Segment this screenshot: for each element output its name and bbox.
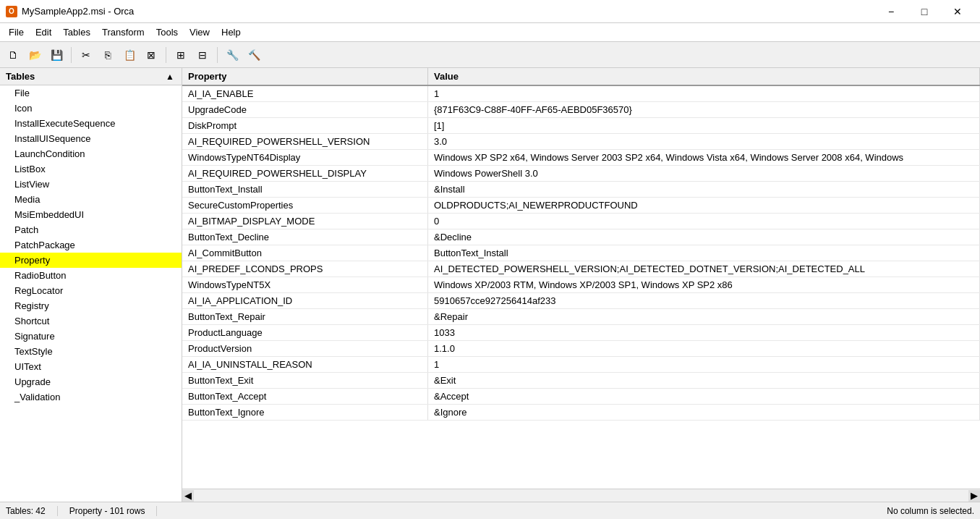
table-item-installuisequence[interactable]: InstallUISequence — [0, 131, 182, 146]
special-button[interactable]: ⊠ — [141, 45, 161, 65]
cell-value: &Ignore — [428, 405, 980, 420]
cell-value: OLDPRODUCTS;AI_NEWERPRODUCTFOUND — [428, 198, 980, 213]
toolbar-sep2 — [166, 47, 166, 63]
cell-property: ButtonText_Repair — [182, 309, 428, 324]
cell-value: Windows XP/2003 RTM, Windows XP/2003 SP1… — [428, 277, 980, 292]
tables-panel: Tables ▲ FileIconInstallExecuteSequenceI… — [0, 68, 182, 502]
save-button[interactable]: 💾 — [46, 45, 67, 65]
copy-button[interactable]: ⎘ — [98, 45, 118, 65]
table-row[interactable]: WindowsTypeNT64DisplayWindows XP SP2 x64… — [182, 150, 980, 166]
table-row[interactable]: UpgradeCode{871F63C9-C88F-40FF-AF65-AEBD… — [182, 102, 980, 118]
table-row[interactable]: ProductVersion1.1.0 — [182, 341, 980, 357]
open-button[interactable]: 📂 — [25, 45, 45, 65]
table-item-patchpackage[interactable]: PatchPackage — [0, 237, 182, 253]
cell-value: ButtonText_Install — [428, 245, 980, 261]
table-item-msiembeddedui[interactable]: MsiEmbeddedUI — [0, 207, 182, 222]
table-row[interactable]: ButtonText_Install&Install — [182, 182, 980, 198]
table-row[interactable]: AI_IA_UNINSTALL_REASON1 — [182, 357, 980, 373]
menu-item-view[interactable]: View — [184, 25, 216, 39]
table-item--validation[interactable]: _Validation — [0, 389, 182, 405]
transform-button[interactable]: 🔧 — [222, 45, 242, 65]
table-item-property[interactable]: Property — [0, 253, 182, 268]
table-item-installexecutesequence[interactable]: InstallExecuteSequence — [0, 116, 182, 131]
table-row[interactable]: AI_CommitButtonButtonText_Install — [182, 245, 980, 261]
h-scroll-area[interactable]: ◀ ▶ — [182, 489, 980, 502]
table-item-radiobutton[interactable]: RadioButton — [0, 268, 182, 283]
titlebar-left: O MySampleApp2.msi - Orca — [6, 6, 134, 17]
table-item-signature[interactable]: Signature — [0, 329, 182, 344]
menu-item-help[interactable]: Help — [216, 25, 247, 39]
table-row[interactable]: AI_REQUIRED_POWERSHELL_VERSION3.0 — [182, 134, 980, 150]
cut-button[interactable]: ✂ — [76, 45, 96, 65]
cell-value: &Repair — [428, 309, 980, 324]
cell-property: AI_REQUIRED_POWERSHELL_VERSION — [182, 134, 428, 149]
tables-header: Tables ▲ — [0, 68, 182, 85]
table-row[interactable]: ButtonText_Decline&Decline — [182, 229, 980, 245]
cell-value: &Install — [428, 182, 980, 197]
transform2-button[interactable]: 🔨 — [244, 45, 264, 65]
table-row[interactable]: ButtonText_Repair&Repair — [182, 309, 980, 325]
tables2-button[interactable]: ⊟ — [192, 45, 213, 65]
table-item-upgrade[interactable]: Upgrade — [0, 374, 182, 389]
table-item-listbox[interactable]: ListBox — [0, 161, 182, 177]
cell-value: AI_DETECTED_POWERSHELL_VERSION;AI_DETECT… — [428, 261, 980, 277]
table-item-icon[interactable]: Icon — [0, 101, 182, 116]
table-item-launchcondition[interactable]: LaunchCondition — [0, 146, 182, 161]
maximize-button[interactable]: □ — [908, 0, 941, 23]
table-row[interactable]: AI_IA_APPLICATION_ID5910657cce927256414a… — [182, 293, 980, 309]
cell-property: ButtonText_Exit — [182, 373, 428, 388]
table-row[interactable]: AI_REQUIRED_POWERSHELL_DISPLAYWindows Po… — [182, 166, 980, 182]
data-scroll[interactable]: AI_IA_ENABLE1UpgradeCode{871F63C9-C88F-4… — [182, 86, 980, 489]
cell-property: AI_IA_APPLICATION_ID — [182, 293, 428, 308]
cell-property: AI_REQUIRED_POWERSHELL_DISPLAY — [182, 166, 428, 181]
table-row[interactable]: AI_IA_ENABLE1 — [182, 86, 980, 102]
table-item-textstyle[interactable]: TextStyle — [0, 344, 182, 359]
table-row[interactable]: ButtonText_Accept&Accept — [182, 389, 980, 405]
menu-item-transform[interactable]: Transform — [96, 25, 150, 39]
table-row[interactable]: DiskPrompt[1] — [182, 118, 980, 134]
menu-item-tools[interactable]: Tools — [150, 25, 184, 39]
close-button[interactable]: ✕ — [941, 0, 974, 23]
menu-item-file[interactable]: File — [3, 25, 30, 39]
table-item-uitext[interactable]: UIText — [0, 359, 182, 374]
tables-list[interactable]: FileIconInstallExecuteSequenceInstallUIS… — [0, 85, 182, 502]
app-icon: O — [6, 6, 17, 17]
cell-property: ButtonText_Ignore — [182, 405, 428, 420]
titlebar-controls: − □ ✕ — [874, 0, 974, 23]
data-panel: Property Value AI_IA_ENABLE1UpgradeCode{… — [182, 68, 980, 502]
table-item-media[interactable]: Media — [0, 192, 182, 207]
table-row[interactable]: AI_BITMAP_DISPLAY_MODE0 — [182, 214, 980, 229]
cell-value: &Decline — [428, 229, 980, 245]
tables-button[interactable]: ⊞ — [171, 45, 191, 65]
cell-value: {871F63C9-C88F-40FF-AF65-AEBD05F36570} — [428, 102, 980, 117]
new-button[interactable]: 🗋 — [3, 45, 23, 65]
table-item-reglocator[interactable]: RegLocator — [0, 283, 182, 298]
table-item-listview[interactable]: ListView — [0, 177, 182, 192]
table-row[interactable]: ButtonText_Ignore&Ignore — [182, 405, 980, 421]
h-scroll-left[interactable]: ◀ — [182, 490, 194, 502]
table-item-shortcut[interactable]: Shortcut — [0, 313, 182, 329]
minimize-button[interactable]: − — [874, 0, 908, 23]
titlebar: O MySampleApp2.msi - Orca − □ ✕ — [0, 0, 980, 23]
table-item-registry[interactable]: Registry — [0, 298, 182, 313]
toolbar-sep3 — [217, 47, 218, 63]
cell-property: DiskPrompt — [182, 118, 428, 133]
tables-scroll-up[interactable]: ▲ — [164, 72, 176, 82]
menubar: FileEditTablesTransformToolsViewHelp — [0, 23, 980, 42]
menu-item-tables[interactable]: Tables — [57, 25, 96, 39]
col-header-value: Value — [428, 68, 980, 85]
cell-value: &Accept — [428, 389, 980, 404]
table-item-patch[interactable]: Patch — [0, 222, 182, 237]
h-scroll-right[interactable]: ▶ — [968, 490, 980, 502]
table-row[interactable]: WindowsTypeNT5XWindows XP/2003 RTM, Wind… — [182, 277, 980, 293]
cell-value: [1] — [428, 118, 980, 133]
table-row[interactable]: ButtonText_Exit&Exit — [182, 373, 980, 389]
menu-item-edit[interactable]: Edit — [30, 25, 57, 39]
table-item-file[interactable]: File — [0, 85, 182, 101]
table-row[interactable]: ProductLanguage1033 — [182, 325, 980, 341]
cell-property: WindowsTypeNT5X — [182, 277, 428, 292]
cell-value: 1.1.0 — [428, 341, 980, 356]
table-row[interactable]: SecureCustomPropertiesOLDPRODUCTS;AI_NEW… — [182, 198, 980, 214]
paste-button[interactable]: 📋 — [119, 45, 140, 65]
table-row[interactable]: AI_PREDEF_LCONDS_PROPSAI_DETECTED_POWERS… — [182, 261, 980, 277]
